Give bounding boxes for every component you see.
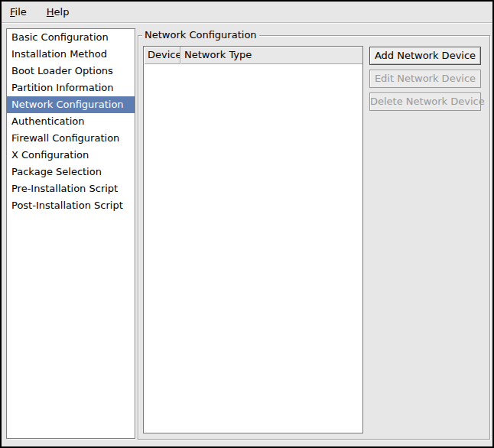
edit-network-device-button[interactable]: Edit Network Device [369,70,481,88]
menu-item-file-label: File [10,6,27,18]
delete-network-device-button[interactable]: Delete Network Device [369,93,481,111]
sidebar-item-package-selection[interactable]: Package Selection [7,164,135,180]
sidebar-item-network-configuration[interactable]: Network Configuration [7,96,135,113]
sidebar-item-firewall-configuration[interactable]: Firewall Configuration [7,130,135,147]
sidebar-item-pre-installation-script[interactable]: Pre-Installation Script [7,180,135,197]
panel-title: Network Configuration [142,28,259,42]
sidebar-item-basic-configuration[interactable]: Basic Configuration [7,29,135,46]
column-header-device[interactable]: Device [144,47,180,64]
sidebar-item-installation-method[interactable]: Installation Method [7,46,135,63]
sidebar-item-authentication[interactable]: Authentication [7,113,135,130]
column-header-network-type[interactable]: Network Type [180,47,362,64]
kickstart-configurator-window: File Help Basic Configuration Installati… [0,0,494,448]
add-network-device-button[interactable]: Add Network Device [369,47,481,65]
sidebar-item-post-installation-script[interactable]: Post-Installation Script [7,197,135,214]
network-configuration-panel: Network Configuration Device Network Typ… [138,35,490,440]
device-table-body[interactable] [144,64,362,433]
menu-item-file[interactable]: File [3,4,34,21]
menu-item-help[interactable]: Help [40,4,76,21]
table-header-row: Device Network Type [144,47,362,64]
sidebar-item-boot-loader-options[interactable]: Boot Loader Options [7,63,135,80]
menu-item-help-label: Help [47,6,70,18]
menu-bar: File Help [2,2,492,23]
sidebar-item-x-configuration[interactable]: X Configuration [7,147,135,164]
category-list: Basic Configuration Installation Method … [6,28,135,439]
sidebar-item-partition-information[interactable]: Partition Information [7,80,135,96]
network-device-table: Device Network Type [143,46,363,433]
